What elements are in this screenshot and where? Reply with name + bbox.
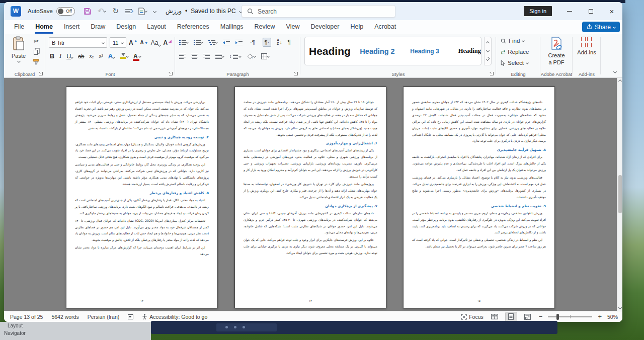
paste-dropdown-icon[interactable]: [17, 59, 20, 63]
customize-qat-chevron-icon[interactable]: [153, 9, 156, 13]
style-card-heading-3[interactable]: Heading 3: [404, 40, 446, 63]
styles-gallery-scroll[interactable]: [484, 37, 492, 65]
underline-button[interactable]: U: [66, 53, 73, 60]
tab-design[interactable]: Design: [111, 20, 141, 34]
zoom-slider-thumb[interactable]: [556, 314, 559, 320]
highlight-button[interactable]: [120, 53, 128, 59]
close-button[interactable]: ×: [601, 2, 622, 20]
borders-button[interactable]: [261, 53, 269, 59]
zoom-out-button[interactable]: −: [539, 313, 543, 320]
zoom-percentage[interactable]: 50%: [607, 314, 618, 320]
paragraph-dialog-launcher-icon[interactable]: [294, 72, 298, 75]
decrease-indent-button[interactable]: [223, 40, 230, 45]
subscript-button[interactable]: x₂: [89, 53, 94, 59]
grow-font-button[interactable]: A▲: [129, 39, 138, 46]
style-card-heading-1[interactable]: Heading 1: [309, 40, 351, 63]
multilevel-list-button[interactable]: [208, 40, 217, 45]
tab-review[interactable]: Review: [249, 20, 281, 34]
addins-button[interactable]: Add-ins: [573, 37, 601, 56]
increase-indent-button[interactable]: [235, 40, 243, 45]
document-canvas[interactable]: بی‌ارزشی می‌کند. ورزش با ایجاد سیستمی مس…: [4, 78, 622, 311]
superscript-button[interactable]: x²: [99, 53, 103, 59]
search-box[interactable]: Search: [242, 5, 395, 18]
tab-acrobat[interactable]: Acrobat: [369, 20, 401, 34]
change-case-button[interactable]: Aa: [151, 39, 161, 46]
maximize-button[interactable]: [580, 2, 601, 20]
ltr-direction-button[interactable]: ›¶: [248, 38, 257, 47]
collapse-ribbon-icon[interactable]: [613, 70, 617, 73]
scrollbar-thumb[interactable]: [618, 175, 622, 213]
copy-icon[interactable]: [34, 50, 38, 55]
clear-formatting-button[interactable]: A◢: [163, 39, 172, 46]
tab-references[interactable]: References: [172, 20, 215, 34]
focus-button[interactable]: Focus: [461, 314, 484, 320]
print-layout-button[interactable]: [506, 312, 517, 321]
tab-help[interactable]: Help: [345, 20, 369, 34]
styles-dialog-launcher-icon[interactable]: [490, 72, 494, 75]
undo-icon[interactable]: ↶: [98, 7, 106, 16]
page-indicator[interactable]: Page 13 of 25: [10, 314, 43, 320]
font-dialog-launcher-icon[interactable]: [169, 72, 173, 75]
language-indicator[interactable]: Persian (Iran): [88, 314, 120, 320]
tab-home[interactable]: Home: [30, 20, 58, 34]
styles-more-icon[interactable]: [486, 57, 490, 61]
tab-insert[interactable]: Insert: [58, 20, 85, 34]
font-color-button[interactable]: A: [133, 53, 141, 59]
font-size-combo[interactable]: 11: [110, 37, 126, 48]
styles-scroll-down-icon[interactable]: [486, 49, 490, 52]
italic-button[interactable]: I: [59, 52, 61, 60]
align-right-button[interactable]: [203, 54, 210, 59]
shrink-font-button[interactable]: A▼: [140, 40, 148, 45]
find-button[interactable]: Find: [501, 38, 524, 44]
cut-icon[interactable]: ✂: [34, 38, 39, 44]
qat-new-file-dropdown-icon[interactable]: [144, 10, 147, 13]
align-center-button[interactable]: [191, 54, 198, 59]
tab-layout[interactable]: Layout: [141, 20, 172, 34]
web-layout-button[interactable]: [522, 312, 533, 321]
text-effects-button[interactable]: A: [108, 52, 115, 60]
align-left-button[interactable]: [179, 54, 186, 59]
read-mode-button[interactable]: [489, 312, 500, 321]
undo-dropdown-icon[interactable]: [104, 10, 107, 13]
style-card-heading-7[interactable]: Heading 7: [451, 40, 481, 63]
autosave-toggle[interactable]: Off: [56, 7, 75, 16]
styles-scroll-up-icon[interactable]: [486, 41, 490, 45]
line-spacing-button[interactable]: ↕: [229, 54, 241, 59]
accessibility-status[interactable]: Accessibility: Good to go: [142, 314, 207, 320]
document-title[interactable]: ورزش • Saved to this PC: [166, 8, 242, 15]
show-formatting-marks-button[interactable]: ¶: [287, 39, 290, 46]
save-icon[interactable]: [84, 8, 91, 15]
tab-file[interactable]: File: [9, 20, 30, 34]
qat-list-arrow-icon[interactable]: [125, 9, 132, 14]
tab-view[interactable]: View: [281, 20, 305, 34]
numbering-button[interactable]: [194, 40, 203, 45]
paste-button[interactable]: Paste: [8, 36, 30, 71]
tab-developer[interactable]: Developer: [305, 20, 345, 34]
word-app-icon[interactable]: W: [11, 6, 21, 17]
tab-mailings[interactable]: Mailings: [215, 20, 249, 34]
justify-button[interactable]: [215, 54, 224, 59]
shading-button[interactable]: [247, 53, 256, 59]
zoom-slider[interactable]: [548, 316, 592, 317]
rtl-direction-button[interactable]: ¶‹: [263, 38, 272, 47]
word-count[interactable]: 5642 words: [51, 314, 78, 320]
sign-in-button[interactable]: Sign in: [524, 6, 552, 16]
select-button[interactable]: Select: [501, 60, 528, 66]
create-pdf-button[interactable]: Createa PDF: [540, 37, 573, 66]
scroll-up-icon[interactable]: [618, 79, 622, 83]
scroll-down-icon[interactable]: [618, 306, 622, 309]
macro-record-icon[interactable]: [128, 314, 133, 319]
font-name-combo[interactable]: B Titr: [49, 37, 107, 48]
bold-button[interactable]: B: [50, 53, 54, 60]
tab-draw[interactable]: Draw: [85, 20, 111, 34]
sort-button[interactable]: AZ↓: [277, 39, 282, 46]
qat-new-file-icon[interactable]: [138, 8, 147, 15]
zoom-in-button[interactable]: +: [598, 313, 602, 320]
strikethrough-button[interactable]: ab: [78, 53, 84, 59]
share-button[interactable]: Share: [582, 22, 620, 32]
vertical-scrollbar[interactable]: [617, 78, 622, 311]
replace-button[interactable]: ⇄ Replace: [501, 49, 529, 55]
minimize-button[interactable]: [559, 2, 580, 20]
redo-icon[interactable]: ↻: [112, 7, 119, 16]
clipboard-dialog-launcher-icon[interactable]: [39, 72, 43, 75]
